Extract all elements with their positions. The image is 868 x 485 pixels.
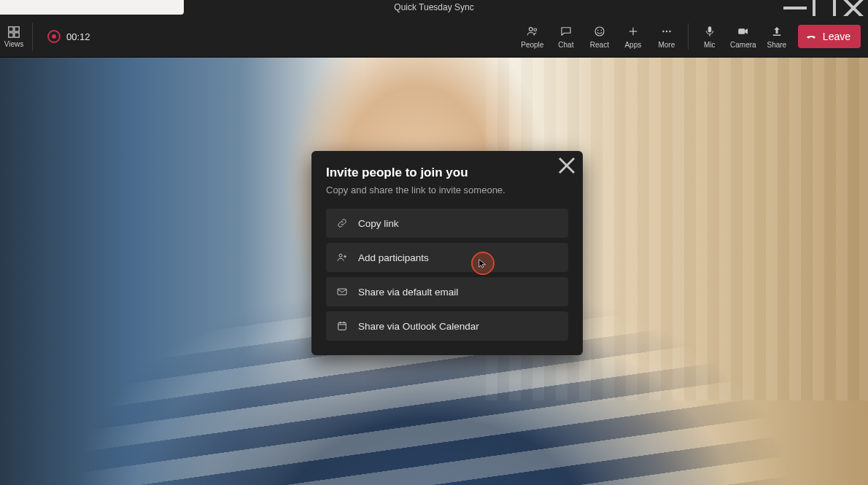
- outlook-calendar-icon: [336, 320, 348, 332]
- add-participants-option[interactable]: Add participants: [326, 243, 568, 272]
- hangup-icon: [805, 31, 817, 42]
- share-email-option[interactable]: Share via default email: [326, 277, 568, 306]
- svg-rect-7: [15, 32, 19, 36]
- link-icon: [336, 217, 348, 229]
- meeting-toolbar: Views 00:12 People Chat React Apps More …: [0, 16, 868, 58]
- views-button[interactable]: Views: [0, 23, 33, 51]
- apps-icon: [627, 25, 640, 38]
- copy-link-label: Copy link: [358, 218, 399, 229]
- record-icon: [47, 30, 61, 43]
- invite-modal: Invite people to join you Copy and share…: [311, 151, 583, 355]
- leave-label: Leave: [823, 31, 850, 42]
- share-icon: [770, 25, 783, 38]
- modal-title: Invite people to join you: [326, 166, 568, 180]
- svg-rect-5: [15, 26, 19, 31]
- react-label: React: [590, 41, 609, 49]
- titlebar-tab-stub: [0, 0, 184, 15]
- modal-subtitle: Copy and share the link to invite someon…: [326, 185, 568, 195]
- more-icon: [660, 25, 673, 38]
- window-title: Quick Tuesday Sync: [394, 2, 473, 12]
- svg-rect-21: [773, 34, 781, 36]
- add-participants-icon: [336, 252, 348, 263]
- share-outlook-label: Share via Outlook Calendar: [358, 321, 479, 332]
- svg-rect-6: [9, 32, 13, 36]
- svg-rect-28: [338, 322, 346, 330]
- chat-button[interactable]: Chat: [549, 20, 583, 53]
- recording-time: 00:12: [66, 31, 90, 42]
- add-participants-label: Add participants: [358, 252, 429, 263]
- copy-link-option[interactable]: Copy link: [326, 209, 568, 238]
- svg-point-16: [666, 30, 667, 31]
- camera-label: Camera: [730, 41, 756, 49]
- react-button[interactable]: React: [583, 20, 616, 53]
- svg-point-15: [662, 30, 664, 31]
- svg-rect-18: [708, 26, 712, 32]
- svg-point-9: [534, 28, 537, 31]
- video-area: Invite people to join you Copy and share…: [0, 58, 868, 485]
- share-label: Share: [767, 41, 787, 49]
- titlebar: Quick Tuesday Sync: [0, 0, 868, 16]
- close-window-button[interactable]: [839, 0, 868, 16]
- react-icon: [593, 25, 606, 38]
- minimize-button[interactable]: [780, 0, 810, 16]
- svg-rect-20: [738, 28, 745, 34]
- modal-close-button[interactable]: [558, 157, 576, 174]
- people-label: People: [521, 41, 543, 49]
- svg-rect-27: [338, 289, 346, 295]
- people-button[interactable]: People: [516, 20, 549, 53]
- svg-point-17: [669, 30, 670, 31]
- share-button[interactable]: Share: [760, 20, 794, 53]
- share-email-label: Share via default email: [358, 287, 458, 298]
- svg-point-11: [597, 29, 599, 31]
- close-icon: [558, 157, 576, 174]
- svg-rect-4: [9, 26, 13, 31]
- svg-point-24: [339, 254, 342, 257]
- camera-icon: [737, 25, 750, 38]
- mic-icon: [703, 25, 716, 38]
- chat-label: Chat: [558, 41, 573, 49]
- chat-icon: [559, 25, 573, 38]
- toolbar-separator: [688, 23, 689, 50]
- apps-label: Apps: [624, 41, 641, 49]
- share-outlook-option[interactable]: Share via Outlook Calendar: [326, 311, 568, 341]
- people-icon: [526, 25, 539, 38]
- views-label: Views: [4, 40, 24, 48]
- leave-button[interactable]: Leave: [798, 25, 861, 48]
- apps-button[interactable]: Apps: [616, 20, 650, 53]
- svg-point-12: [600, 29, 602, 31]
- camera-button[interactable]: Camera: [726, 20, 760, 53]
- svg-point-10: [595, 27, 604, 36]
- mic-label: Mic: [704, 41, 716, 49]
- more-button[interactable]: More: [650, 20, 683, 53]
- window-controls: [780, 0, 868, 16]
- svg-point-8: [529, 27, 532, 31]
- mic-button[interactable]: Mic: [693, 20, 726, 53]
- views-icon: [7, 26, 20, 39]
- recording-indicator[interactable]: 00:12: [47, 30, 90, 43]
- more-label: More: [658, 41, 675, 49]
- maximize-button[interactable]: [810, 0, 839, 16]
- email-icon: [336, 286, 348, 298]
